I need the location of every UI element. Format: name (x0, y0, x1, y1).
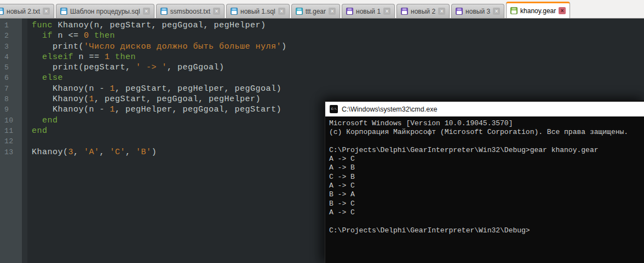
code-text: else (23, 73, 63, 83)
tab-close-icon[interactable]: × (329, 8, 336, 15)
tab-новый-2[interactable]: новый 2× (396, 4, 450, 18)
code-line[interactable]: 7 Khanoy(n - 1, pegStart, pegHelper, peg… (0, 84, 644, 94)
cmd-output[interactable]: Microsoft Windows [Version 10.0.19045.35… (325, 116, 644, 238)
tab-label: новый 1.sql (240, 8, 275, 15)
code-text: end (23, 115, 58, 126)
code-line[interactable]: 4 elseif n == 1 then (0, 52, 644, 62)
line-number: 2 (0, 31, 23, 41)
line-number: 8 (0, 94, 23, 104)
cmd-title: C:\Windows\system32\cmd.exe (342, 106, 437, 113)
app-window: новый 2.txt×Шаблон процедуры.sql×ssmsboo… (0, 0, 644, 263)
line-number: 3 (0, 42, 23, 52)
console-line: C -> B (329, 173, 640, 182)
cmd-titlebar[interactable]: C:\ C:\Windows\system32\cmd.exe (325, 102, 644, 116)
console-line: A -> C (329, 155, 640, 163)
code-text: Khanoy(n - 1, pegHelper, pegGgoal, pegSt… (23, 104, 281, 115)
tab-ttt-gear[interactable]: ttt.gear× (291, 4, 340, 18)
tab-label: новый 2 (411, 8, 435, 15)
tab-close-icon[interactable]: × (143, 8, 150, 15)
tab-label: новый 2.txt (7, 8, 40, 15)
floppy-disk-icon (510, 7, 518, 14)
line-number: 6 (0, 73, 23, 83)
tab-новый-1-sql[interactable]: новый 1.sql× (226, 4, 290, 18)
code-line[interactable]: 5 print(pegStart, ' -> ', pegGgoal) (0, 62, 644, 73)
console-line: (c) Корпорация Майкрософт (Microsoft Cor… (329, 128, 640, 137)
code-text (23, 136, 32, 147)
floppy-disk-icon (456, 8, 463, 15)
tab-label: khanoy.gear (520, 7, 556, 15)
cmd-icon: C:\ (330, 105, 338, 113)
line-number: 5 (0, 62, 23, 73)
console-line: A -> C (329, 182, 640, 190)
code-text: print('Число дисков должно быть больше н… (23, 42, 287, 52)
floppy-disk-icon (401, 8, 408, 15)
code-text: elseif n == 1 then (23, 52, 136, 62)
floppy-disk-icon (231, 8, 238, 15)
console-line: A -> C (329, 208, 640, 217)
code-line[interactable]: 2 if n <= 0 then (0, 31, 644, 41)
tab-шаблон-процедуры-sql[interactable]: Шаблон процедуры.sql× (56, 4, 154, 18)
console-line: C:\Projects\Delphi\GearInterpreter\Win32… (329, 226, 640, 235)
console-line: C:\Projects\Delphi\GearInterpreter\Win32… (329, 146, 640, 155)
tab-label: новый 1 (356, 8, 381, 15)
tab-новый-2-txt[interactable]: новый 2.txt× (0, 4, 54, 18)
console-line: A -> B (329, 163, 640, 172)
line-number: 10 (0, 115, 23, 126)
tab-bar: новый 2.txt×Шаблон процедуры.sql×ssmsboo… (0, 0, 644, 19)
tab-close-icon[interactable]: × (383, 8, 390, 15)
code-text: end (23, 126, 48, 136)
tab-close-icon[interactable]: × (438, 8, 445, 15)
tab-close-icon[interactable]: × (559, 7, 566, 14)
console-line: Microsoft Windows [Version 10.0.19045.35… (329, 119, 640, 128)
floppy-disk-icon (60, 8, 67, 15)
tab-close-icon[interactable]: × (278, 8, 285, 15)
console-line (329, 217, 640, 226)
line-number: 1 (0, 20, 23, 31)
console-line (329, 137, 640, 146)
floppy-disk-icon (296, 8, 303, 15)
console-line: B -> A (329, 190, 640, 199)
tab-label: новый 3 (465, 8, 490, 15)
tab-close-icon[interactable]: × (43, 8, 50, 15)
floppy-disk-icon (0, 8, 4, 15)
line-number: 9 (0, 104, 23, 115)
line-number: 13 (0, 147, 23, 157)
code-text: Khanoy(n - 1, pegStart, pegHelper, pegGg… (23, 84, 281, 94)
line-number: 4 (0, 52, 23, 62)
code-text: Khanoy(1, pegStart, pegGgoal, pegHelper) (23, 94, 261, 104)
tab-ssmsboost-txt[interactable]: ssmsboost.txt× (156, 4, 225, 18)
code-text: Khanoy(3, 'A', 'C', 'B') (23, 147, 157, 157)
tab-новый-1[interactable]: новый 1× (342, 4, 395, 18)
code-line[interactable]: 6 else (0, 73, 644, 83)
tab-close-icon[interactable]: × (493, 8, 500, 15)
line-number: 11 (0, 126, 23, 136)
tab-label: ssmsboost.txt (170, 8, 210, 15)
tab-label: Шаблон процедуры.sql (70, 8, 140, 15)
floppy-disk-icon (160, 8, 168, 15)
code-line[interactable]: 3 print('Число дисков должно быть больше… (0, 42, 644, 52)
floppy-disk-icon (346, 8, 353, 15)
tab-khanoy-gear[interactable]: khanoy.gear× (506, 2, 570, 18)
code-text: if n <= 0 then (23, 31, 115, 41)
tab-label: ttt.gear (306, 8, 326, 15)
line-number: 12 (0, 136, 23, 147)
code-line[interactable]: 1func Khanoy(n, pegStart, pegGgoal, pegH… (0, 20, 644, 31)
line-number: 7 (0, 84, 23, 94)
console-line: B -> C (329, 200, 640, 208)
tab-close-icon[interactable]: × (213, 8, 220, 15)
tab-новый-3[interactable]: новый 3× (451, 4, 504, 18)
code-text: print(pegStart, ' -> ', pegGgoal) (23, 62, 225, 73)
cmd-window: C:\ C:\Windows\system32\cmd.exe Microsof… (325, 100, 644, 263)
code-text: func Khanoy(n, pegStart, pegGgoal, pegHe… (23, 20, 266, 31)
